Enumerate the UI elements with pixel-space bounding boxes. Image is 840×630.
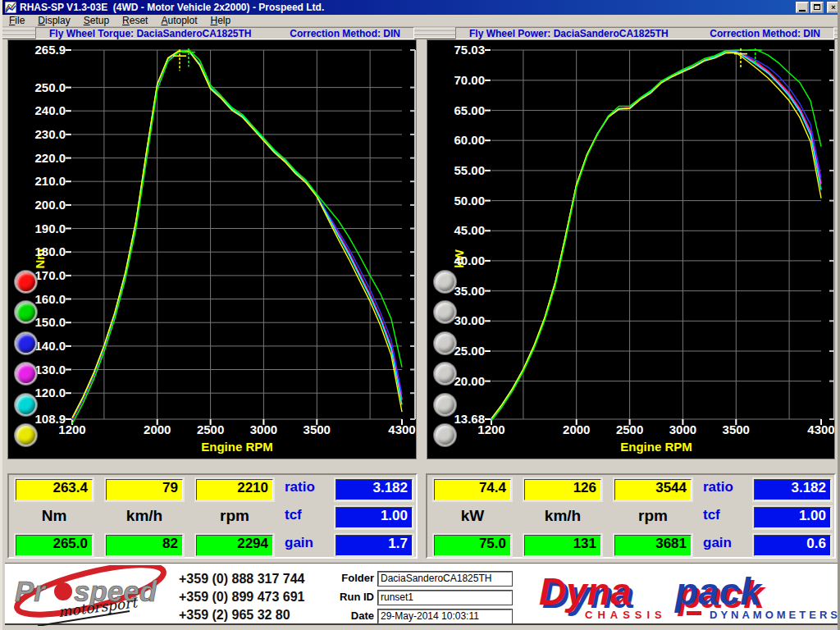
y-tick-label: 45.00	[432, 224, 485, 237]
power-correction-method: Correction Method: DIN	[710, 28, 820, 39]
rpm-unit-label: rpm	[196, 507, 273, 528]
torque-peak-value-box: 265.0	[16, 535, 93, 556]
rpm-cursor-value-box: 2210	[196, 479, 273, 500]
speed-unit-label: km/h	[524, 507, 601, 528]
torque-run-color-button-3[interactable]	[15, 332, 37, 354]
y-tick-label: 50.00	[432, 194, 485, 208]
y-tick-label: 220.0	[13, 152, 66, 165]
speed-cursor-value-box: 126	[524, 479, 601, 500]
svg-text:Pr: Pr	[15, 575, 47, 607]
gain-label: gain	[703, 535, 749, 556]
ratio-value-box: 3.182	[754, 479, 831, 500]
power-unit-label: kW	[434, 507, 511, 528]
torque-cursor-value-box: 263.4	[16, 479, 93, 500]
torque-readout-group: 263.4 79 2210 ratio 3.182 Nm km/h rpm tc…	[7, 473, 418, 559]
y-tick-label: 75.03	[432, 43, 485, 57]
y-tick-label: 180.0	[13, 245, 66, 258]
speed-unit-label: km/h	[106, 507, 183, 528]
tcf-label: tcf	[703, 507, 749, 528]
ratio-label: ratio	[285, 479, 331, 500]
folder-field-input[interactable]: DaciaSanderoCA1825TH	[378, 572, 512, 586]
power-run-color-button-4[interactable]	[434, 363, 456, 385]
speed-peak-value-box: 131	[524, 535, 601, 556]
y-tick-label: 60.00	[432, 134, 485, 147]
y-tick-label: 240.0	[13, 104, 66, 117]
svg-text:pack: pack	[673, 570, 763, 613]
speed-peak-value-box: 82	[106, 535, 183, 556]
app-window: RHAS-SP V1.3-03E (4WD - Motor Vehicle 2x…	[0, 0, 840, 630]
window-title-bar[interactable]: RHAS-SP V1.3-03E (4WD - Motor Vehicle 2x…	[2, 0, 840, 15]
power-chart-panel: kW Engine RPM 75.0370.0065.0060.0055.005…	[427, 39, 835, 459]
rpm-peak-value-box: 3681	[614, 535, 692, 556]
menu-item-setup[interactable]: Setup	[77, 15, 116, 27]
rpm-cursor-value-box: 3544	[614, 479, 692, 500]
rpm-peak-value-box: 2294	[196, 535, 273, 556]
gain-value-box: 1.7	[336, 535, 413, 556]
menu-item-reset[interactable]: Reset	[116, 15, 154, 27]
torque-chart-header: Fly Wheel Torque: DaciaSanderoCA1825TH C…	[35, 27, 414, 39]
torque-x-axis-label: Engine RPM	[72, 440, 402, 454]
menu-bar: FileDisplaySetupResetAutoplotHelp	[2, 15, 840, 27]
torque-run-color-button-5[interactable]	[15, 394, 37, 416]
svg-text:CHASSIS: CHASSIS	[585, 609, 667, 621]
runid-field-input[interactable]: runset1	[378, 591, 512, 605]
svg-text:DYNAMOMETERS: DYNAMOMETERS	[710, 609, 839, 621]
y-tick-label: 210.0	[13, 175, 66, 188]
y-tick-label: 230.0	[13, 128, 66, 141]
date-field-label: Date	[315, 609, 374, 623]
power-run-color-button-6[interactable]	[434, 424, 456, 446]
torque-run-color-button-4[interactable]	[15, 363, 37, 385]
menu-item-help[interactable]: Help	[204, 15, 238, 27]
footer-bar: Pr speed motorsport +359 (0) 888 317 744…	[5, 563, 840, 625]
tcf-label: tcf	[285, 507, 331, 528]
minimize-button[interactable]	[796, 2, 809, 13]
tcf-value-box: 1.00	[754, 507, 831, 528]
power-chart-title: Fly Wheel Power: DaciaSanderoCA1825TH	[469, 28, 669, 39]
svg-text:Dyna: Dyna	[539, 570, 631, 613]
y-tick-label: 65.00	[432, 104, 485, 117]
torque-chart-title: Fly Wheel Torque: DaciaSanderoCA1825TH	[49, 28, 252, 39]
power-chart-header: Fly Wheel Power: DaciaSanderoCA1825TH Co…	[455, 27, 834, 39]
gain-value-box: 0.6	[754, 535, 831, 556]
date-field-input[interactable]: 29-May-2014 10:03:11	[378, 609, 512, 623]
torque-run-color-button-6[interactable]	[15, 424, 37, 446]
power-cursor-value-box: 74.4	[434, 479, 511, 500]
power-run-color-button-5[interactable]	[434, 394, 456, 416]
restore-button[interactable]	[810, 2, 824, 13]
power-run-color-button-3[interactable]	[434, 332, 456, 354]
torque-correction-method: Correction Method: DIN	[290, 28, 400, 39]
torque-plot-area[interactable]	[63, 48, 417, 427]
menu-item-display[interactable]: Display	[31, 15, 76, 27]
torque-chart-panel: Nm Engine RPM 265.9250.0240.0230.0220.02…	[7, 39, 417, 459]
contact-phone-numbers: +359 (0) 888 317 744 +359 (0) 899 473 69…	[179, 570, 304, 624]
y-tick-label: 190.0	[13, 222, 66, 235]
torque-unit-label: Nm	[16, 507, 93, 528]
tcf-value-box: 1.00	[336, 507, 413, 528]
dynapack-logo: Dyna Dyna pack pack CHASSIS DYNAMOMETERS	[534, 570, 839, 621]
speed-cursor-value-box: 79	[106, 479, 183, 500]
power-readout-group: 74.4 126 3544 ratio 3.182 kW km/h rpm tc…	[426, 473, 836, 559]
readout-zone: 263.4 79 2210 ratio 3.182 Nm km/h rpm tc…	[2, 459, 840, 563]
menu-item-autoplot[interactable]: Autoplot	[154, 15, 203, 27]
y-tick-label: 200.0	[13, 199, 66, 212]
window-title: RHAS-SP V1.3-03E (4WD - Motor Vehicle 2x…	[20, 2, 794, 13]
runid-field-label: Run ID	[315, 591, 374, 605]
chart-header-strip: Fly Wheel Torque: DaciaSanderoCA1825TH C…	[2, 27, 840, 39]
prospeed-logo: Pr speed motorsport	[8, 565, 176, 626]
y-tick-label: 70.00	[432, 74, 485, 87]
ratio-value-box: 3.182	[336, 479, 413, 500]
rpm-unit-label: rpm	[614, 507, 692, 528]
gain-label: gain	[285, 535, 331, 556]
power-run-color-button-1[interactable]	[434, 271, 456, 293]
y-tick-label: 40.00	[432, 254, 485, 267]
power-plot-area[interactable]	[482, 48, 835, 427]
torque-run-color-button-1[interactable]	[15, 271, 37, 293]
y-tick-label: 265.9	[13, 43, 66, 57]
power-peak-value-box: 75.0	[434, 535, 511, 556]
app-icon	[5, 2, 16, 13]
menu-item-file[interactable]: File	[2, 15, 31, 27]
close-button[interactable]: ×	[827, 2, 840, 13]
window-bottom-border	[2, 627, 840, 630]
ratio-label: ratio	[703, 479, 749, 500]
power-x-axis-label: Engine RPM	[491, 440, 821, 454]
